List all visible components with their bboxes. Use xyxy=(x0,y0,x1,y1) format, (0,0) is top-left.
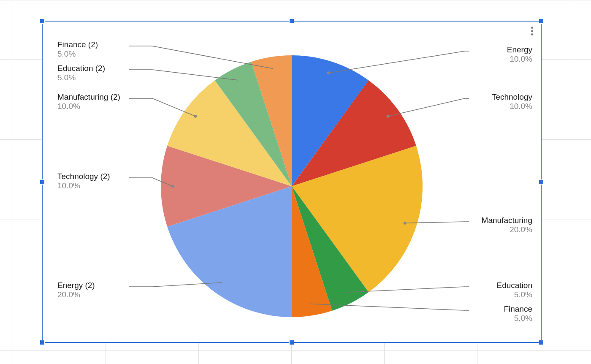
pie-label: Education5.0% xyxy=(496,281,532,299)
resize-handle-e[interactable] xyxy=(539,179,544,185)
pie-label: Education (2)5.0% xyxy=(57,64,105,82)
pie-label: Manufacturing20.0% xyxy=(482,216,532,234)
chart-object[interactable]: Energy10.0%Technology10.0%Manufacturing2… xyxy=(42,21,541,343)
leader-line xyxy=(328,51,469,73)
pie-label: Finance5.0% xyxy=(504,304,532,323)
resize-handle-ne[interactable] xyxy=(539,19,544,24)
resize-handle-w[interactable] xyxy=(40,179,45,185)
resize-handle-nw[interactable] xyxy=(40,19,45,24)
leader-dot xyxy=(171,185,174,188)
resize-handle-se[interactable] xyxy=(539,340,544,345)
leader-dot xyxy=(194,115,197,118)
pie-label: Energy (2)20.0% xyxy=(57,281,95,299)
pie-label: Technology10.0% xyxy=(492,92,532,111)
leader-line xyxy=(388,98,469,116)
leader-dot xyxy=(404,222,407,225)
pie-label: Technology (2)10.0% xyxy=(57,172,110,190)
resize-handle-n[interactable] xyxy=(289,19,294,24)
chart-menu-icon[interactable] xyxy=(528,26,537,37)
pie-chart-svg xyxy=(43,22,541,342)
resize-handle-s[interactable] xyxy=(289,340,294,345)
resize-handle-sw[interactable] xyxy=(40,340,45,345)
leader-dot xyxy=(387,115,390,118)
pie-label: Finance (2)5.0% xyxy=(57,40,98,59)
pie-label: Manufacturing (2)10.0% xyxy=(57,92,120,111)
leader-dot xyxy=(327,71,330,74)
pie-label: Energy10.0% xyxy=(507,45,532,64)
